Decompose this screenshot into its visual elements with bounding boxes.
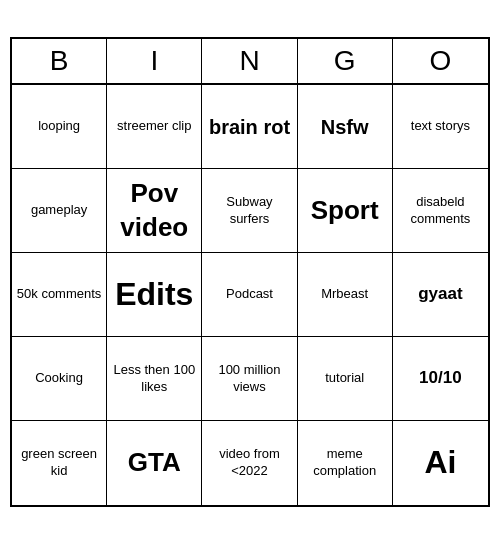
bingo-cell-13: Mrbeast bbox=[298, 253, 393, 337]
bingo-cell-6: Pov video bbox=[107, 169, 202, 253]
cell-label: Less then 100 likes bbox=[111, 362, 197, 396]
header-letter-o: O bbox=[393, 39, 488, 83]
bingo-board: BINGO loopingstreemer clipbrain rotNsfwt… bbox=[10, 37, 490, 507]
cell-label: video from <2022 bbox=[206, 446, 292, 480]
cell-label: Cooking bbox=[35, 370, 83, 387]
cell-label: Nsfw bbox=[321, 114, 369, 140]
cell-label: 50k comments bbox=[17, 286, 102, 303]
cell-label: disabeld comments bbox=[397, 194, 484, 228]
bingo-cell-12: Podcast bbox=[202, 253, 297, 337]
bingo-cell-4: text storys bbox=[393, 85, 488, 169]
cell-label: gameplay bbox=[31, 202, 87, 219]
cell-label: Edits bbox=[115, 274, 193, 316]
bingo-cell-18: tutorial bbox=[298, 337, 393, 421]
cell-label: Sport bbox=[311, 194, 379, 228]
bingo-cell-21: GTA bbox=[107, 421, 202, 505]
cell-label: GTA bbox=[128, 446, 181, 480]
bingo-cell-20: green screen kid bbox=[12, 421, 107, 505]
bingo-cell-10: 50k comments bbox=[12, 253, 107, 337]
bingo-cell-19: 10/10 bbox=[393, 337, 488, 421]
bingo-cell-3: Nsfw bbox=[298, 85, 393, 169]
cell-label: 100 million views bbox=[206, 362, 292, 396]
cell-label: Subway surfers bbox=[206, 194, 292, 228]
bingo-cell-1: streemer clip bbox=[107, 85, 202, 169]
bingo-cell-2: brain rot bbox=[202, 85, 297, 169]
header-letter-b: B bbox=[12, 39, 107, 83]
cell-label: Mrbeast bbox=[321, 286, 368, 303]
bingo-cell-5: gameplay bbox=[12, 169, 107, 253]
bingo-cell-24: Ai bbox=[393, 421, 488, 505]
cell-label: brain rot bbox=[209, 114, 290, 140]
cell-label: tutorial bbox=[325, 370, 364, 387]
cell-label: looping bbox=[38, 118, 80, 135]
bingo-cell-17: 100 million views bbox=[202, 337, 297, 421]
bingo-cell-9: disabeld comments bbox=[393, 169, 488, 253]
bingo-cell-15: Cooking bbox=[12, 337, 107, 421]
cell-label: meme complation bbox=[302, 446, 388, 480]
bingo-header: BINGO bbox=[12, 39, 488, 85]
cell-label: text storys bbox=[411, 118, 470, 135]
cell-label: gyaat bbox=[418, 283, 462, 305]
bingo-cell-14: gyaat bbox=[393, 253, 488, 337]
bingo-cell-11: Edits bbox=[107, 253, 202, 337]
bingo-cell-16: Less then 100 likes bbox=[107, 337, 202, 421]
header-letter-i: I bbox=[107, 39, 202, 83]
cell-label: 10/10 bbox=[419, 367, 462, 389]
bingo-cell-8: Sport bbox=[298, 169, 393, 253]
bingo-grid: loopingstreemer clipbrain rotNsfwtext st… bbox=[12, 85, 488, 505]
bingo-cell-23: meme complation bbox=[298, 421, 393, 505]
cell-label: green screen kid bbox=[16, 446, 102, 480]
cell-label: Podcast bbox=[226, 286, 273, 303]
bingo-cell-7: Subway surfers bbox=[202, 169, 297, 253]
header-letter-n: N bbox=[202, 39, 297, 83]
cell-label: Pov video bbox=[111, 177, 197, 245]
bingo-cell-0: looping bbox=[12, 85, 107, 169]
cell-label: Ai bbox=[424, 442, 456, 484]
cell-label: streemer clip bbox=[117, 118, 191, 135]
header-letter-g: G bbox=[298, 39, 393, 83]
bingo-cell-22: video from <2022 bbox=[202, 421, 297, 505]
